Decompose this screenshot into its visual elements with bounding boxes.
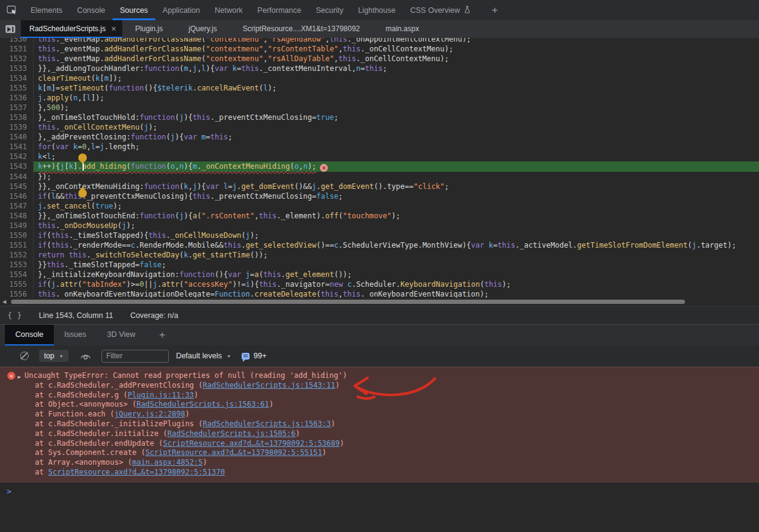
error-header-row[interactable]: × ▶ Uncaught TypeError: Cannot read prop…: [0, 371, 759, 381]
issues-bubble-icon[interactable]: [242, 353, 250, 360]
code-line: 1555if(j.attr("tabIndex")>=0||j.attr("ac…: [0, 279, 759, 289]
close-tab-icon[interactable]: ×: [111, 24, 116, 33]
code-line: 1553}}this._timeSlotTapped=false;: [0, 260, 759, 270]
panel-tab-lighthouse[interactable]: Lighthouse: [351, 0, 403, 20]
line-number[interactable]: 1539: [0, 122, 33, 132]
line-number[interactable]: 1537: [0, 103, 33, 113]
log-levels-label: Default levels: [176, 352, 222, 360]
code-line: 1530this._eventMap.addHandlerForClassNam…: [0, 38, 759, 44]
line-number[interactable]: 1554: [0, 270, 33, 279]
stack-frame-link[interactable]: ScriptResource.axd?d…&t=13798092:5:53689: [163, 439, 340, 448]
javascript-context-select[interactable]: top ▼: [39, 350, 68, 362]
panel-tab-network[interactable]: Network: [207, 0, 250, 20]
log-levels-select[interactable]: Default levels ▼: [176, 352, 231, 360]
code-line: 1547j.set_cancel(true);: [0, 201, 759, 211]
stack-frame-link[interactable]: main.aspx:4852:5: [132, 458, 203, 467]
stack-frame: at Sys.Component.create (ScriptResource.…: [0, 448, 759, 458]
line-number[interactable]: 1541: [0, 142, 33, 152]
line-number[interactable]: 1547: [0, 201, 33, 211]
code-line: 1544});: [0, 172, 759, 182]
line-number[interactable]: 1532: [0, 54, 33, 64]
file-tab-plugin.js[interactable]: Plugin.js: [122, 20, 176, 38]
expand-triangle-icon[interactable]: ▶: [18, 372, 21, 382]
inspect-element-icon[interactable]: [0, 0, 23, 20]
stack-frame: at c.RadScheduler.endUpdate (ScriptResou…: [0, 439, 759, 449]
drawer-tab-3d-view[interactable]: 3D View: [97, 325, 146, 345]
line-number[interactable]: 1542: [0, 152, 33, 161]
code-line-text: });: [33, 172, 759, 182]
code-line-text: j.set_cancel(true);: [33, 201, 759, 211]
clear-console-icon[interactable]: [20, 352, 29, 360]
stack-frame-link[interactable]: ScriptResource.axd?d…&t=13798092:5:55151: [146, 448, 322, 457]
line-number[interactable]: 1553: [0, 260, 33, 270]
show-navigator-button[interactable]: [0, 20, 21, 38]
line-number[interactable]: 1550: [0, 231, 33, 240]
line-number[interactable]: 1548: [0, 211, 33, 221]
panel-tab-console[interactable]: Console: [70, 0, 113, 20]
scroll-left-icon[interactable]: ◀: [2, 299, 6, 305]
line-number[interactable]: 1531: [0, 44, 33, 54]
line-number[interactable]: 1536: [0, 93, 33, 103]
line-number[interactable]: 1551: [0, 240, 33, 250]
stack-frame-link[interactable]: RadSchedulerScripts.js:1505:6: [168, 429, 296, 438]
drawer-tab-issues[interactable]: Issues: [54, 325, 97, 345]
line-number[interactable]: 1556: [0, 289, 33, 298]
line-number[interactable]: 1530: [0, 38, 33, 44]
issues-count-badge[interactable]: 99+: [254, 352, 267, 360]
stack-frame-text: at c.RadScheduler._initializePlugins (: [35, 419, 203, 428]
line-number[interactable]: 1552: [0, 250, 33, 260]
file-tab-label: ScriptResource....XM1&t=13798092: [243, 24, 360, 33]
panel-tab-label: Network: [215, 6, 243, 15]
code-line-text: this._onCellContextMenu(j);: [33, 122, 759, 132]
panel-tab-security[interactable]: Security: [308, 0, 350, 20]
line-number[interactable]: 1543: [0, 161, 33, 172]
panel-tab-application[interactable]: Application: [155, 0, 207, 20]
file-tab-jquery.js[interactable]: jQuery.js: [176, 20, 229, 38]
stack-frame-link[interactable]: RadSchedulerScripts.js:1563:61: [136, 400, 269, 408]
stack-frame-text: at c.RadScheduler.g (: [35, 391, 128, 399]
line-number[interactable]: 1538: [0, 113, 33, 122]
code-line: 1550if(this._timeSlotTapped){this._onCel…: [0, 231, 759, 240]
line-number[interactable]: 1544: [0, 172, 33, 182]
more-drawer-tabs-button[interactable]: +: [159, 325, 165, 345]
line-number[interactable]: 1546: [0, 191, 33, 201]
inline-error-icon[interactable]: ×: [320, 164, 328, 172]
stack-frame-link[interactable]: RadSchedulerScripts.js:1563:3: [203, 419, 331, 428]
line-number[interactable]: 1533: [0, 64, 33, 73]
line-number[interactable]: 1540: [0, 132, 33, 142]
line-number[interactable]: 1545: [0, 182, 33, 191]
console-prompt[interactable]: >: [0, 482, 759, 496]
file-tab-scriptresource....xm1-t-13798092[interactable]: ScriptResource....XM1&t=13798092: [230, 20, 373, 38]
stack-frame-link[interactable]: jQuery.js:2:2898: [114, 410, 185, 418]
file-tab-radschedulerscripts.js[interactable]: RadSchedulerScripts.js×: [21, 20, 122, 38]
selection-handle-top[interactable]: [78, 153, 87, 162]
drawer-tab-label: 3D View: [107, 330, 135, 339]
panel-tab-css-overview[interactable]: CSS Overview: [403, 0, 478, 20]
source-editor[interactable]: 1530this._eventMap.addHandlerForClassNam…: [0, 38, 759, 298]
panel-tab-performance[interactable]: Performance: [250, 0, 309, 20]
line-number[interactable]: 1535: [0, 83, 33, 93]
code-line: 1554},_initializeKeyboardNavigation:func…: [0, 270, 759, 279]
stack-frame-text: ): [203, 458, 207, 467]
horizontal-scrollbar[interactable]: ◀: [0, 298, 759, 306]
selection-handle-bottom[interactable]: [78, 189, 87, 198]
code-line-text: }},_onContextMenuHiding:function(k,j){va…: [33, 182, 759, 191]
line-number[interactable]: 1549: [0, 221, 33, 231]
panel-tab-sources[interactable]: Sources: [113, 0, 155, 20]
create-live-expression-button[interactable]: [80, 352, 91, 360]
stack-frame-link[interactable]: Plugin.js:11:33: [128, 391, 194, 399]
file-tab-label: RadSchedulerScripts.js: [29, 24, 106, 33]
stack-frame-link[interactable]: ScriptResource.axd?d…&t=13798092:5:51370: [48, 468, 225, 476]
stack-frame-link[interactable]: RadSchedulerScripts.js:1543:11: [203, 381, 336, 390]
line-number[interactable]: 1534: [0, 73, 33, 83]
line-number[interactable]: 1555: [0, 279, 33, 289]
more-panels-button[interactable]: +: [492, 0, 498, 20]
pretty-print-icon[interactable]: { }: [7, 311, 21, 320]
console-filter-input[interactable]: [102, 350, 169, 363]
code-line: 1533}},_addLongTouchHandler:function(m,j…: [0, 64, 759, 73]
scrollbar-thumb[interactable]: [11, 300, 685, 304]
drawer-tab-console[interactable]: Console: [5, 325, 54, 345]
file-tab-main.aspx[interactable]: main.aspx: [373, 20, 432, 38]
panel-tab-elements[interactable]: Elements: [23, 0, 70, 20]
prompt-chevron-icon: >: [7, 487, 12, 496]
